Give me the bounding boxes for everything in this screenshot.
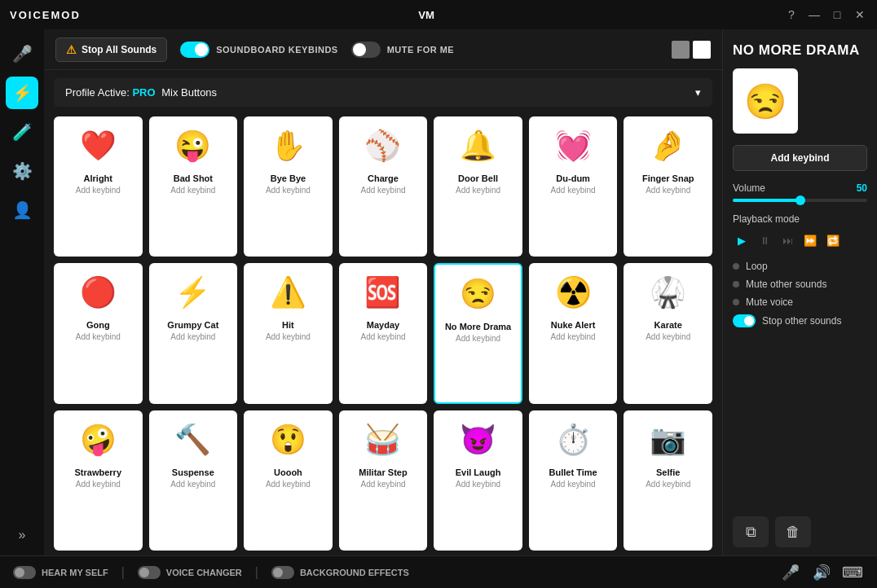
sound-card-hit[interactable]: ⚠️HitAdd keybind — [244, 263, 333, 404]
sound-keybind-bye-bye[interactable]: Add keybind — [266, 186, 311, 195]
minimize-button[interactable]: — — [807, 7, 822, 22]
sound-keybind-selfie[interactable]: Add keybind — [646, 480, 690, 489]
repeat-button[interactable]: 🔁 — [824, 231, 842, 249]
sound-keybind-bad-shot[interactable]: Add keybind — [170, 186, 215, 195]
sound-card-door-bell[interactable]: 🔔Door BellAdd keybind — [434, 116, 522, 257]
sound-card-bullet-time[interactable]: ⏱️Bullet TimeAdd keybind — [529, 410, 618, 551]
titlebar-center: VM — [417, 7, 447, 22]
sound-keybind-no-more-drama[interactable]: Add keybind — [456, 334, 500, 343]
sidebar-item-soundboard[interactable]: ⚡ — [6, 77, 38, 109]
sound-keybind-strawberry[interactable]: Add keybind — [76, 480, 121, 489]
sound-name-alright: Alright — [84, 173, 112, 184]
sound-keybind-evil-laugh[interactable]: Add keybind — [456, 480, 500, 489]
sidebar-item-mic[interactable]: 🎤 — [6, 37, 38, 70]
sound-keybind-uoooh[interactable]: Add keybind — [266, 480, 311, 489]
sound-icon-hit: ⚠️ — [263, 268, 312, 317]
app-body: 🎤 ⚡ 🧪 ⚙️ 👤 » ⚠ Stop All Sounds SOUNDBOAR… — [0, 29, 877, 555]
sound-name-grumpy-cat: Grumpy Cat — [167, 320, 218, 331]
sound-keybind-militar-step[interactable]: Add keybind — [360, 480, 405, 489]
keyboard-icon[interactable]: ⌨ — [841, 561, 864, 584]
microphone-icon[interactable]: 🎤 — [779, 561, 802, 584]
sound-keybind-karate[interactable]: Add keybind — [646, 332, 690, 341]
sound-card-du-dum[interactable]: 💓Du-dumAdd keybind — [529, 116, 618, 257]
sound-card-bad-shot[interactable]: 😜Bad ShotAdd keybind — [149, 116, 238, 257]
sound-card-suspense[interactable]: 🔨SuspenseAdd keybind — [149, 410, 238, 551]
sound-card-mayday[interactable]: 🆘MaydayAdd keybind — [339, 263, 428, 404]
hear-myself-toggle[interactable] — [13, 566, 36, 579]
sound-card-uoooh[interactable]: 😲UooohAdd keybind — [244, 410, 333, 551]
mute-for-me-toggle-group: MUTE FOR ME — [351, 42, 455, 58]
mute-for-me-toggle[interactable] — [351, 42, 381, 58]
option-dot-mute-other — [733, 281, 739, 287]
sound-card-gong[interactable]: 🔴GongAdd keybind — [54, 263, 143, 404]
sound-card-militar-step[interactable]: 🥁Militar StepAdd keybind — [339, 410, 428, 551]
pause-button[interactable]: ⏸ — [756, 231, 773, 249]
vm-logo-icon: VM — [417, 7, 447, 22]
sound-icon-du-dum: 💓 — [549, 121, 597, 170]
sound-keybind-bullet-time[interactable]: Add keybind — [551, 480, 596, 489]
window-controls[interactable]: ? — □ ✕ — [784, 7, 867, 22]
sound-card-charge[interactable]: ⚾ChargeAdd keybind — [339, 116, 428, 257]
toolbar: ⚠ Stop All Sounds SOUNDBOARD KEYBINDS MU… — [44, 29, 722, 70]
add-keybind-button[interactable]: Add keybind — [733, 145, 867, 171]
delete-sound-button[interactable]: 🗑 — [775, 516, 811, 547]
maximize-button[interactable]: □ — [830, 7, 844, 22]
profile-bar[interactable]: Profile Active: PRO Mix Buttons ▾ — [54, 78, 712, 107]
volume-handle[interactable] — [795, 195, 805, 205]
sound-keybind-hit[interactable]: Add keybind — [266, 332, 311, 341]
sound-keybind-suspense[interactable]: Add keybind — [170, 480, 215, 489]
help-button[interactable]: ? — [784, 7, 799, 22]
option-dot-mute-voice — [733, 299, 739, 305]
sound-card-selfie[interactable]: 📷SelfieAdd keybind — [624, 410, 712, 551]
color-box-white[interactable] — [693, 41, 711, 59]
sidebar-item-settings[interactable]: ⚙️ — [6, 155, 38, 187]
profile-dropdown-icon[interactable]: ▾ — [695, 86, 701, 99]
sidebar-expand-button[interactable]: » — [6, 523, 38, 547]
speaker-icon[interactable]: 🔊 — [810, 561, 833, 584]
sound-card-finger-snap[interactable]: 🤌Finger SnapAdd keybind — [624, 116, 712, 257]
sound-keybind-gong[interactable]: Add keybind — [76, 332, 121, 341]
copy-sound-button[interactable]: ⧉ — [733, 516, 769, 547]
sound-card-bye-bye[interactable]: ✋Bye ByeAdd keybind — [244, 116, 333, 257]
titlebar: VOICEMOD VM ? — □ ✕ — [0, 0, 877, 29]
color-boxes — [672, 41, 711, 59]
panel-sound-preview: 😒 — [733, 68, 798, 134]
separator-2: | — [255, 565, 258, 580]
sound-keybind-finger-snap[interactable]: Add keybind — [646, 186, 690, 195]
play-next-button[interactable]: ⏭ — [778, 231, 796, 249]
sound-keybind-charge[interactable]: Add keybind — [360, 186, 405, 195]
background-effects-toggle[interactable] — [271, 566, 294, 579]
sound-card-karate[interactable]: 🥋KarateAdd keybind — [624, 263, 712, 404]
sound-card-alright[interactable]: ❤️AlrightAdd keybind — [54, 116, 143, 257]
sound-card-no-more-drama[interactable]: 😒No More DramaAdd keybind — [434, 263, 522, 404]
soundboard-keybinds-toggle-group: SOUNDBOARD KEYBINDS — [180, 42, 337, 58]
volume-slider[interactable] — [733, 199, 867, 202]
sound-icon-suspense: 🔨 — [169, 415, 218, 464]
sidebar-item-user[interactable]: 👤 — [6, 194, 38, 226]
sound-card-grumpy-cat[interactable]: ⚡Grumpy CatAdd keybind — [149, 263, 238, 404]
soundboard-keybinds-label: SOUNDBOARD KEYBINDS — [216, 45, 337, 55]
close-button[interactable]: ✕ — [853, 7, 867, 22]
sound-keybind-grumpy-cat[interactable]: Add keybind — [170, 332, 215, 341]
sound-card-evil-laugh[interactable]: 😈Evil LaughAdd keybind — [434, 410, 522, 551]
sound-keybind-alright[interactable]: Add keybind — [76, 186, 121, 195]
sound-name-hit: Hit — [282, 320, 294, 331]
stop-other-sounds-toggle[interactable] — [733, 314, 756, 327]
play-button[interactable]: ▶ — [733, 231, 751, 249]
sound-name-mayday: Mayday — [367, 320, 399, 331]
stop-all-sounds-button[interactable]: ⚠ Stop All Sounds — [55, 37, 167, 62]
sidebar-item-effects[interactable]: 🧪 — [6, 116, 38, 148]
color-box-gray[interactable] — [672, 41, 690, 59]
sound-card-nuke-alert[interactable]: ☢️Nuke AlertAdd keybind — [529, 263, 618, 404]
sound-icon-strawberry: 🤪 — [73, 415, 122, 464]
sound-keybind-door-bell[interactable]: Add keybind — [456, 186, 500, 195]
sound-icon-bad-shot: 😜 — [169, 121, 218, 170]
sound-keybind-du-dum[interactable]: Add keybind — [551, 186, 596, 195]
bottom-bar: HEAR MY SELF | VOICE CHANGER | BACKGROUN… — [0, 555, 877, 588]
sound-card-strawberry[interactable]: 🤪StrawberryAdd keybind — [54, 410, 143, 551]
voice-changer-toggle[interactable] — [138, 566, 161, 579]
soundboard-keybinds-toggle[interactable] — [180, 42, 209, 58]
sound-keybind-mayday[interactable]: Add keybind — [360, 332, 405, 341]
skip-button[interactable]: ⏩ — [801, 231, 819, 249]
sound-keybind-nuke-alert[interactable]: Add keybind — [551, 332, 596, 341]
